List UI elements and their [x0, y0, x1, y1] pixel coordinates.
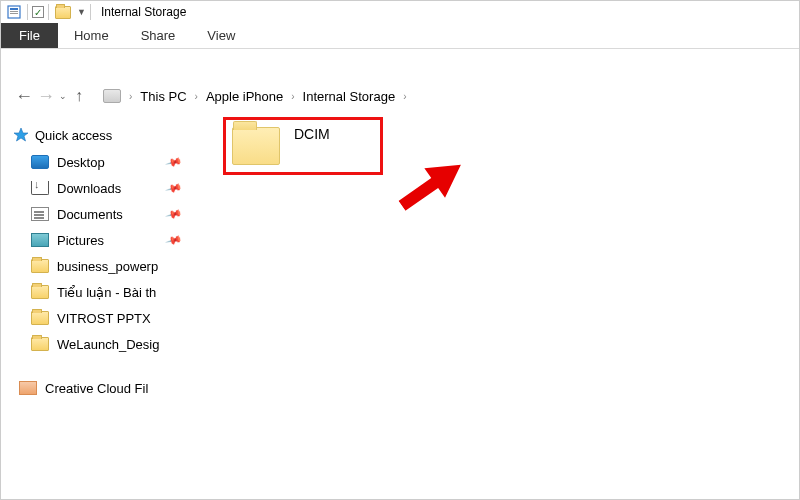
folder-icon	[31, 337, 49, 351]
history-dropdown-icon[interactable]: ⌄	[59, 91, 67, 101]
address-bar[interactable]: › This PC › Apple iPhone › Internal Stor…	[99, 83, 787, 109]
window-title: Internal Storage	[101, 5, 186, 19]
properties-icon[interactable]	[5, 3, 23, 21]
star-icon	[13, 127, 29, 143]
highlight-annotation: DCIM	[223, 117, 383, 175]
sidebar-item-creative-cloud[interactable]: Creative Cloud Fil	[13, 375, 187, 401]
sidebar-item-label: Pictures	[57, 233, 163, 248]
sidebar-item-folder[interactable]: Tiểu luận - Bài th	[13, 279, 187, 305]
pin-icon: 📌	[165, 153, 184, 171]
sidebar-item-label: Creative Cloud Fil	[45, 381, 187, 396]
qat-dropdown-icon[interactable]: ▼	[77, 7, 86, 17]
breadcrumb-device[interactable]: Apple iPhone	[202, 89, 287, 104]
creative-cloud-icon	[19, 381, 37, 395]
svg-marker-5	[392, 150, 472, 221]
sidebar-item-label: WeLaunch_Desig	[57, 337, 187, 352]
sidebar-item-folder[interactable]: WeLaunch_Desig	[13, 331, 187, 357]
tab-share[interactable]: Share	[125, 23, 192, 48]
chevron-right-icon[interactable]: ›	[191, 91, 202, 102]
forward-button[interactable]: →	[35, 86, 57, 107]
chevron-right-icon[interactable]: ›	[399, 91, 410, 102]
up-button[interactable]: ↑	[75, 87, 83, 105]
sidebar-item-desktop[interactable]: Desktop 📌	[13, 149, 187, 175]
breadcrumb-current[interactable]: Internal Storage	[299, 89, 400, 104]
pin-icon: 📌	[165, 231, 184, 249]
sidebar-item-label: Desktop	[57, 155, 163, 170]
sidebar-item-label: VITROST PPTX	[57, 311, 187, 326]
arrow-annotation	[388, 140, 494, 243]
nav-row: ← → ⌄ ↑ › This PC › Apple iPhone › Inter…	[1, 79, 799, 113]
sidebar-item-label: business_powerp	[57, 259, 187, 274]
documents-icon	[31, 207, 49, 221]
sidebar-item-pictures[interactable]: Pictures 📌	[13, 227, 187, 253]
downloads-icon	[31, 181, 49, 195]
svg-rect-1	[10, 8, 18, 10]
pin-icon: 📌	[165, 205, 184, 223]
sidebar-item-downloads[interactable]: Downloads 📌	[13, 175, 187, 201]
title-bar: ✓ ▼ Internal Storage	[1, 1, 799, 23]
folder-icon	[31, 311, 49, 325]
sidebar-item-folder[interactable]: business_powerp	[13, 253, 187, 279]
folder-icon[interactable]	[232, 127, 280, 165]
folder-icon	[55, 6, 71, 19]
content-pane[interactable]: DCIM	[191, 117, 799, 499]
svg-rect-2	[10, 11, 18, 12]
sidebar-item-label: Downloads	[57, 181, 163, 196]
tab-home[interactable]: Home	[58, 23, 125, 48]
quick-access-label: Quick access	[35, 128, 112, 143]
folder-icon	[31, 285, 49, 299]
chevron-right-icon[interactable]: ›	[287, 91, 298, 102]
folder-label[interactable]: DCIM	[294, 126, 330, 142]
pictures-icon	[31, 233, 49, 247]
folder-icon	[31, 259, 49, 273]
sidebar-item-folder[interactable]: VITROST PPTX	[13, 305, 187, 331]
desktop-icon	[31, 155, 49, 169]
pin-icon: 📌	[165, 179, 184, 197]
chevron-right-icon[interactable]: ›	[125, 91, 136, 102]
ribbon: File Home Share View	[1, 23, 799, 49]
sidebar-item-documents[interactable]: Documents 📌	[13, 201, 187, 227]
qat-checked-icon[interactable]: ✓	[32, 6, 44, 18]
sidebar-item-label: Documents	[57, 207, 163, 222]
file-tab[interactable]: File	[1, 23, 58, 48]
drive-icon	[103, 89, 121, 103]
svg-rect-3	[10, 13, 18, 14]
back-button[interactable]: ←	[13, 86, 35, 107]
svg-marker-4	[14, 128, 28, 141]
quick-access-header[interactable]: Quick access	[13, 127, 187, 143]
nav-pane: Quick access Desktop 📌 Downloads 📌 Docum…	[1, 117, 191, 499]
breadcrumb-this-pc[interactable]: This PC	[136, 89, 190, 104]
sidebar-item-label: Tiểu luận - Bài th	[57, 285, 187, 300]
tab-view[interactable]: View	[191, 23, 251, 48]
